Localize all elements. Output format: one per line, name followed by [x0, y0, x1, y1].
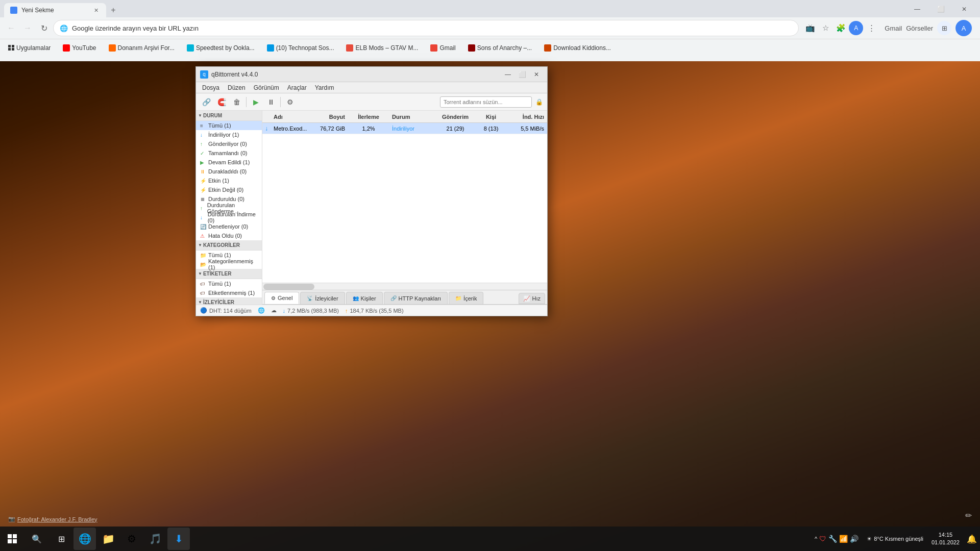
- taskbar-qbittorrent[interactable]: ⬇: [167, 528, 190, 550]
- sidebar-tag-tumu-label: Tümü (1): [208, 281, 231, 287]
- bookmark-button[interactable]: ☆: [818, 21, 832, 35]
- pause-button[interactable]: ⏸: [264, 95, 278, 109]
- gmail-link[interactable]: Gmail: [885, 24, 902, 32]
- taskbar-settings[interactable]: ⚙: [120, 528, 143, 550]
- back-button[interactable]: ←: [4, 21, 18, 35]
- taskbar-files[interactable]: 📁: [97, 528, 119, 550]
- sidebar-tag-tumu[interactable]: 🏷 Tümü (1): [196, 279, 262, 288]
- minimize-button[interactable]: —: [905, 1, 929, 17]
- tab-kisiler[interactable]: 👥 Kişiler: [346, 292, 383, 304]
- tab-icerik[interactable]: 📁 İçerik: [449, 292, 483, 304]
- qbt-minimize-button[interactable]: —: [501, 69, 514, 80]
- taskbar-clock[interactable]: 14:15 01.01.2022: [927, 531, 964, 547]
- bookmark-speedtest[interactable]: Speedtest by Ookla...: [183, 43, 259, 53]
- sidebar-item-hata[interactable]: ⚠ Hata Oldu (0): [196, 231, 262, 240]
- col-seeds-header[interactable]: Gönderim: [435, 114, 476, 120]
- photo-credit-text: Fotoğraf: Alexander J.F. Bradley: [17, 516, 97, 522]
- settings-button[interactable]: ⚙: [283, 95, 297, 109]
- section-kategoriler[interactable]: ▼ KATEGORİLER: [196, 240, 262, 251]
- torrent-search-input[interactable]: [440, 96, 532, 108]
- sidebar-item-devam[interactable]: ▶ Devam Edildi (1): [196, 158, 262, 167]
- add-magnet-button[interactable]: 🧲: [214, 95, 229, 109]
- forward-button[interactable]: →: [20, 21, 35, 35]
- menu-yardim[interactable]: Yardım: [311, 83, 338, 92]
- sidebar-item-etkin-degil[interactable]: ⚡ Etkin Değil (0): [196, 185, 262, 194]
- tab-close-button[interactable]: ✕: [92, 6, 100, 14]
- user-avatar[interactable]: A: [955, 20, 972, 36]
- section-durum[interactable]: ▼ DURUM: [196, 111, 262, 121]
- bookmark-donanim[interactable]: Donanım Arşivi For...: [105, 43, 179, 53]
- bookmark-elb[interactable]: ELB Mods – GTAV M...: [342, 43, 422, 53]
- taskbar-chrome[interactable]: 🌐: [74, 528, 96, 550]
- volume-icon[interactable]: 🔊: [850, 535, 859, 543]
- col-size-header[interactable]: Boyut: [312, 114, 348, 120]
- horizontal-scrollbar[interactable]: [262, 283, 547, 290]
- menu-duzen[interactable]: Düzen: [224, 83, 250, 92]
- sidebar-item-durdurulan-indirme[interactable]: ↓ Durdurulan İndirme (0): [196, 213, 262, 222]
- tab-http-label: HTTP Kaynakları: [399, 295, 442, 302]
- tray-up-arrow[interactable]: ^: [815, 536, 817, 542]
- bookmark-kiddions[interactable]: Download Kiddions...: [540, 43, 615, 53]
- bookmark-soa[interactable]: Sons of Anarchy –...: [464, 43, 536, 53]
- add-torrent-button[interactable]: 🔗: [199, 95, 213, 109]
- tab-izleyiciler[interactable]: 📡 İzleyiciler: [300, 292, 345, 304]
- weather-widget[interactable]: ☀ 8°C Kısmen güneşli: [863, 536, 927, 542]
- extensions-button[interactable]: 🧩: [834, 21, 848, 35]
- bookmarks-bar: Uygulamalar YouTube Donanım Arşivi For..…: [0, 39, 980, 56]
- speed-tab[interactable]: 📈 Hız: [519, 293, 546, 304]
- menu-dosya[interactable]: Dosya: [198, 83, 224, 92]
- profile-button[interactable]: A: [849, 21, 863, 35]
- sidebar-item-tamamlandi[interactable]: ✓ Tamamlandı (0): [196, 148, 262, 158]
- col-peers-header[interactable]: Kişi: [476, 114, 506, 120]
- durum-label: DURUM: [203, 113, 222, 118]
- sidebar-item-gonderiliyor[interactable]: ↑ Gönderiliyor (0): [196, 139, 262, 148]
- search-lock-icon[interactable]: 🔒: [534, 97, 544, 107]
- col-name-header[interactable]: Adı: [271, 114, 312, 120]
- col-speed-header[interactable]: İnd. Hızı: [506, 114, 547, 120]
- address-bar[interactable]: 🌐 Google üzerinde arayın veya bir URL ya…: [53, 20, 799, 36]
- start-button[interactable]: ▶: [249, 95, 263, 109]
- sidebar-item-durakladildi[interactable]: ⏸ Durakladıldı (0): [196, 167, 262, 176]
- section-etiketler[interactable]: ▼ ETİKETLER: [196, 269, 262, 279]
- maximize-button[interactable]: ⬜: [929, 1, 952, 17]
- elb-favicon: [346, 44, 353, 52]
- menu-gorunum[interactable]: Görünüm: [250, 83, 283, 92]
- images-link[interactable]: Görseller: [906, 24, 933, 32]
- bookmark-youtube[interactable]: YouTube: [59, 43, 100, 53]
- qbt-close-button[interactable]: ✕: [530, 69, 543, 80]
- new-tab-button[interactable]: +: [106, 3, 120, 17]
- apps-grid-button[interactable]: ⊞: [937, 21, 951, 35]
- tab-genel[interactable]: ⚙ Genel: [264, 292, 299, 304]
- delete-button[interactable]: 🗑: [230, 95, 244, 109]
- section-izleyiciler[interactable]: ▼ İZLEYİCİLER: [196, 297, 262, 305]
- taskbar-spotify[interactable]: 🎵: [144, 528, 166, 550]
- col-status-header[interactable]: Durum: [389, 114, 435, 120]
- edit-wallpaper-button[interactable]: ✏: [965, 511, 972, 520]
- tab-http-kaynaklari[interactable]: 🔗 HTTP Kaynakları: [384, 292, 448, 304]
- col-progress-header[interactable]: İlerleme: [348, 114, 389, 120]
- close-button[interactable]: ✕: [952, 1, 976, 17]
- sidebar-tag-etiketlenmemis[interactable]: 🏷 Etiketlenmemiş (1): [196, 288, 262, 297]
- start-button[interactable]: [0, 527, 24, 551]
- sidebar-item-tumu[interactable]: ≡ Tümü (1): [196, 121, 262, 130]
- search-taskbar-button[interactable]: 🔍: [24, 527, 49, 551]
- bookmark-apps[interactable]: Uygulamalar: [4, 43, 55, 53]
- network-tray-icon[interactable]: 📶: [839, 535, 848, 543]
- browser-tab-active[interactable]: Yeni Sekme ✕: [4, 3, 106, 17]
- bookmark-technopat[interactable]: (10) Technopat Sos...: [263, 43, 338, 53]
- table-row[interactable]: ↓ Metro.Exod... 76,72 GiB 1,2% İndiriliy…: [262, 123, 547, 134]
- scrollbar-thumb[interactable]: [263, 284, 314, 290]
- notification-button[interactable]: 🔔: [964, 527, 980, 551]
- dht-icon: 🔵: [200, 307, 207, 314]
- menu-araclar[interactable]: Araçlar: [283, 83, 311, 92]
- sidebar-item-indiriliyor[interactable]: ↓ İndiriliyor (1): [196, 130, 262, 139]
- task-view-button[interactable]: ⊞: [49, 527, 74, 551]
- menu-button[interactable]: ⋮: [864, 21, 878, 35]
- reload-button[interactable]: ↻: [37, 21, 51, 35]
- qbt-maximize-button[interactable]: ⬜: [516, 69, 529, 80]
- sidebar-item-etkin[interactable]: ⚡ Etkin (1): [196, 176, 262, 185]
- youtube-label: YouTube: [72, 44, 96, 52]
- cast-button[interactable]: 📺: [803, 21, 817, 35]
- bookmark-gmail[interactable]: Gmail: [426, 43, 459, 53]
- sidebar-cat-kategorilenmemis[interactable]: 📂 Kategorilenmemiş (1): [196, 260, 262, 269]
